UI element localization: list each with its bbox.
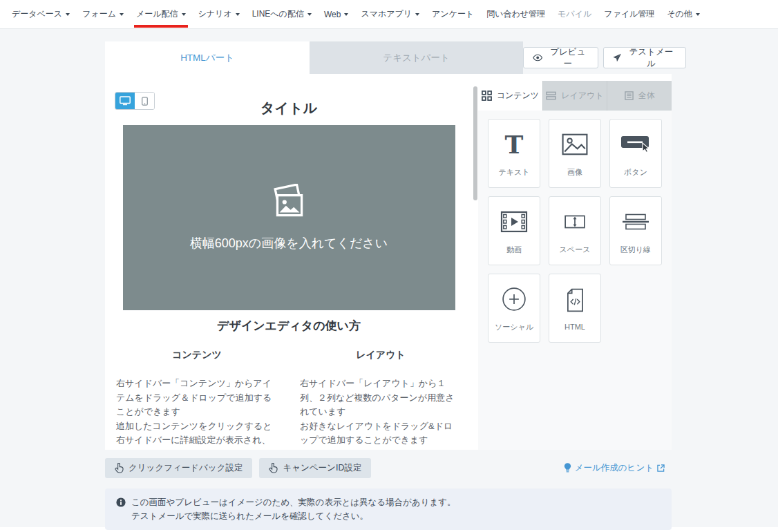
nav-item-inquiry-management[interactable]: 問い合わせ管理 bbox=[480, 0, 551, 28]
nav-item-label: LINEへの配信 bbox=[252, 8, 304, 20]
desktop-view-button[interactable] bbox=[115, 93, 135, 109]
paper-plane-icon bbox=[613, 53, 621, 62]
card-label: ボタン bbox=[624, 167, 647, 178]
nav-item-label: 問い合わせ管理 bbox=[486, 8, 545, 20]
howto-column-heading: レイアウト bbox=[300, 349, 462, 361]
info-icon bbox=[116, 497, 126, 507]
sidebar-tab-overall[interactable]: 全体 bbox=[607, 81, 672, 111]
notice-line-1: この画面やプレビューはイメージのため、実際の表示とは異なる場合があります。 bbox=[131, 495, 456, 509]
card-image[interactable]: 画像 bbox=[549, 119, 601, 188]
sidebar-tab-contents[interactable]: コンテンツ bbox=[478, 81, 542, 111]
campaign-id-settings-button[interactable]: キャンペーンID設定 bbox=[259, 458, 371, 478]
howto-column-contents: コンテンツ 右サイドバー「コンテンツ」からアイテムをドラッグ＆ドロップで追加する… bbox=[105, 349, 289, 450]
nav-item-label: モバイル bbox=[558, 8, 591, 20]
part-tabs-row: HTMLパート テキストパート プレビュー テストメール bbox=[105, 41, 686, 74]
howto-column-layout: レイアウト 右サイドバー「レイアウト」から１列、２列など複数のパターンが用意され… bbox=[289, 349, 473, 450]
tabs-actions: プレビュー テストメール bbox=[523, 41, 686, 74]
mobile-view-button[interactable] bbox=[135, 93, 154, 109]
chevron-down-icon bbox=[66, 13, 70, 16]
nav-item-database[interactable]: データベース bbox=[6, 0, 76, 28]
text-icon: T bbox=[505, 132, 524, 157]
sidebar-tab-label: 全体 bbox=[638, 90, 655, 102]
card-text[interactable]: T テキスト bbox=[488, 119, 540, 188]
chevron-down-icon bbox=[236, 13, 240, 16]
video-icon bbox=[500, 211, 528, 233]
nav-item-scenario[interactable]: シナリオ bbox=[192, 0, 246, 28]
chevron-down-icon bbox=[344, 13, 348, 16]
card-video[interactable]: 動画 bbox=[488, 196, 540, 265]
email-canvas: タイトル 横幅600pxの画像を入れてください デザインエディタの使い方 コンテ… bbox=[105, 74, 473, 450]
nav-item-mobile[interactable]: モバイル bbox=[551, 0, 598, 28]
lightbulb-icon bbox=[564, 463, 571, 473]
external-link-icon bbox=[657, 464, 665, 472]
card-html[interactable]: HTML bbox=[549, 274, 601, 343]
nav-item-form[interactable]: フォーム bbox=[76, 0, 130, 28]
test-mail-button[interactable]: テストメール bbox=[603, 47, 686, 68]
nav-item-label: アンケート bbox=[432, 8, 474, 20]
howto-paragraph: 右サイドバー「コンテンツ」からアイテムをドラッグ＆ドロップで追加することができま… bbox=[116, 377, 278, 419]
sidebar-tab-label: レイアウト bbox=[561, 90, 603, 102]
document-icon bbox=[625, 91, 634, 100]
test-mail-label: テストメール bbox=[626, 46, 676, 70]
nav-item-label: Web bbox=[324, 10, 341, 19]
divider-icon bbox=[623, 213, 649, 230]
click-hand-icon bbox=[269, 463, 278, 473]
nav-item-mail-delivery[interactable]: メール配信 bbox=[130, 0, 192, 28]
nav-item-label: その他 bbox=[667, 8, 692, 20]
nav-item-survey[interactable]: アンケート bbox=[426, 0, 480, 28]
nav-item-web[interactable]: Web bbox=[318, 0, 354, 28]
nav-item-label: データベース bbox=[12, 8, 62, 20]
howto-column-heading: コンテンツ bbox=[116, 349, 278, 361]
card-label: 区切り線 bbox=[620, 245, 651, 255]
card-space[interactable]: スペース bbox=[549, 196, 601, 265]
mail-title-block[interactable]: タイトル bbox=[105, 99, 473, 117]
social-plus-icon bbox=[502, 287, 526, 312]
tab-text-part[interactable]: テキストパート bbox=[310, 41, 523, 74]
nav-item-others[interactable]: その他 bbox=[661, 0, 706, 28]
sidebar-tab-label: コンテンツ bbox=[497, 90, 539, 102]
sidebar-tab-layout[interactable]: レイアウト bbox=[542, 81, 607, 111]
notice-text: この画面やプレビューはイメージのため、実際の表示とは異なる場合があります。 テス… bbox=[131, 495, 456, 523]
card-label: 動画 bbox=[506, 245, 522, 255]
howto-paragraph: 追加したコンテンツをクリックすると右サイドバーに詳細設定が表示され、ブロックの内… bbox=[116, 419, 278, 450]
card-label: HTML bbox=[564, 323, 585, 331]
notice-box: この画面やプレビューはイメージのため、実際の表示とは異なる場合があります。 テス… bbox=[105, 488, 672, 530]
card-label: 画像 bbox=[567, 167, 582, 178]
scrollbar-thumb[interactable] bbox=[473, 86, 477, 200]
nav-item-smartphone-app[interactable]: スマホアプリ bbox=[354, 0, 426, 28]
eye-icon bbox=[533, 54, 542, 61]
space-icon bbox=[564, 214, 586, 229]
chevron-down-icon bbox=[182, 13, 186, 16]
card-divider[interactable]: 区切り線 bbox=[609, 196, 662, 265]
click-hand-icon bbox=[115, 463, 124, 473]
nav-item-label: シナリオ bbox=[198, 8, 232, 20]
hint-link-label: メール作成のヒント bbox=[575, 462, 654, 474]
card-label: ソーシャル bbox=[495, 322, 533, 332]
button-icon bbox=[620, 134, 651, 155]
tab-html-part[interactable]: HTMLパート bbox=[105, 41, 310, 74]
card-label: テキスト bbox=[498, 167, 529, 178]
image-icon bbox=[562, 133, 588, 155]
image-placeholder-block[interactable]: 横幅600pxの画像を入れてください bbox=[123, 125, 455, 310]
top-nav: データベース フォーム メール配信 シナリオ LINEへの配信 Web スマホア… bbox=[0, 0, 778, 29]
nav-item-label: メール配信 bbox=[136, 8, 178, 20]
howto-columns: コンテンツ 右サイドバー「コンテンツ」からアイテムをドラッグ＆ドロップで追加する… bbox=[105, 349, 473, 450]
sidebar-body: T テキスト 画像 ボタン 動画 bbox=[478, 111, 672, 450]
click-feedback-settings-button[interactable]: クリックフィードバック設定 bbox=[105, 458, 252, 478]
nav-item-line-delivery[interactable]: LINEへの配信 bbox=[246, 0, 318, 28]
card-social[interactable]: ソーシャル bbox=[488, 274, 540, 343]
nav-item-label: ファイル管理 bbox=[604, 8, 654, 20]
mobile-icon bbox=[142, 97, 148, 106]
howto-heading: デザインエディタの使い方 bbox=[105, 318, 473, 334]
html-code-icon bbox=[566, 288, 585, 312]
chevron-down-icon bbox=[415, 13, 419, 16]
page-background: HTMLパート テキストパート プレビュー テストメール bbox=[0, 29, 778, 527]
mail-creation-hint-link[interactable]: メール作成のヒント bbox=[564, 462, 665, 474]
card-button[interactable]: ボタン bbox=[609, 119, 662, 188]
editor-shell: タイトル 横幅600pxの画像を入れてください デザインエディタの使い方 コンテ… bbox=[105, 74, 672, 450]
image-placeholder-text: 横幅600pxの画像を入れてください bbox=[190, 235, 388, 251]
preview-button[interactable]: プレビュー bbox=[523, 47, 598, 68]
rows-icon bbox=[546, 91, 556, 100]
notice-line-2: テストメールで実際に送られたメールを確認してください。 bbox=[131, 509, 456, 523]
nav-item-file-management[interactable]: ファイル管理 bbox=[598, 0, 661, 28]
